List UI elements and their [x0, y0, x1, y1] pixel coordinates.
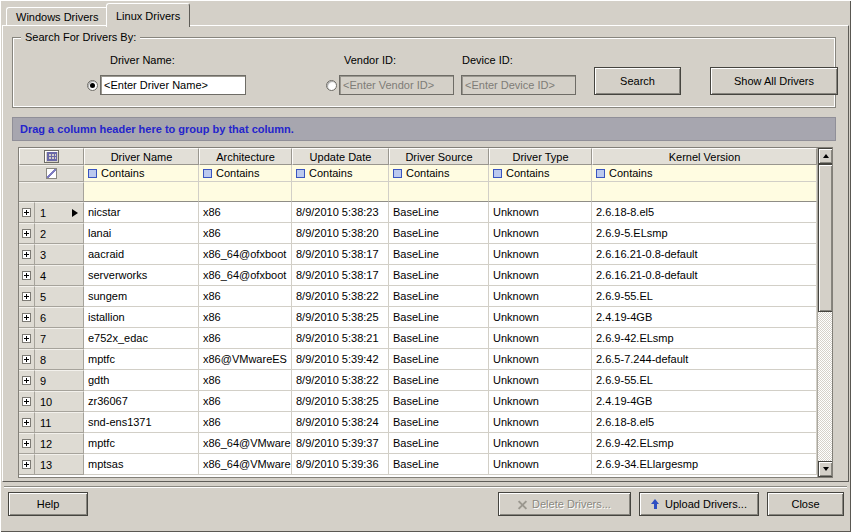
upload-arrow-icon [651, 499, 660, 510]
upload-drivers-button[interactable]: Upload Drivers... [639, 492, 759, 516]
tab-windows-drivers-label: Windows Drivers [16, 11, 99, 23]
footer-separator [4, 486, 847, 487]
tab-linux-drivers-label: Linux Drivers [116, 10, 180, 22]
delete-x-icon [518, 500, 527, 509]
close-button-label: Close [791, 498, 819, 510]
upload-drivers-label: Upload Drivers... [665, 498, 747, 510]
tab-windows-drivers[interactable]: Windows Drivers [6, 7, 109, 25]
driver-manager-dialog: { "tabs": { "windows": "Windows Drivers"… [0, 0, 851, 532]
tab-page-panel [2, 25, 849, 482]
close-button[interactable]: Close [767, 492, 844, 516]
tab-linux-drivers[interactable]: Linux Drivers [106, 3, 190, 27]
help-button-label: Help [37, 498, 60, 510]
delete-drivers-label: Delete Drivers... [532, 498, 611, 510]
help-button[interactable]: Help [8, 492, 88, 516]
delete-drivers-button: Delete Drivers... [498, 492, 631, 516]
